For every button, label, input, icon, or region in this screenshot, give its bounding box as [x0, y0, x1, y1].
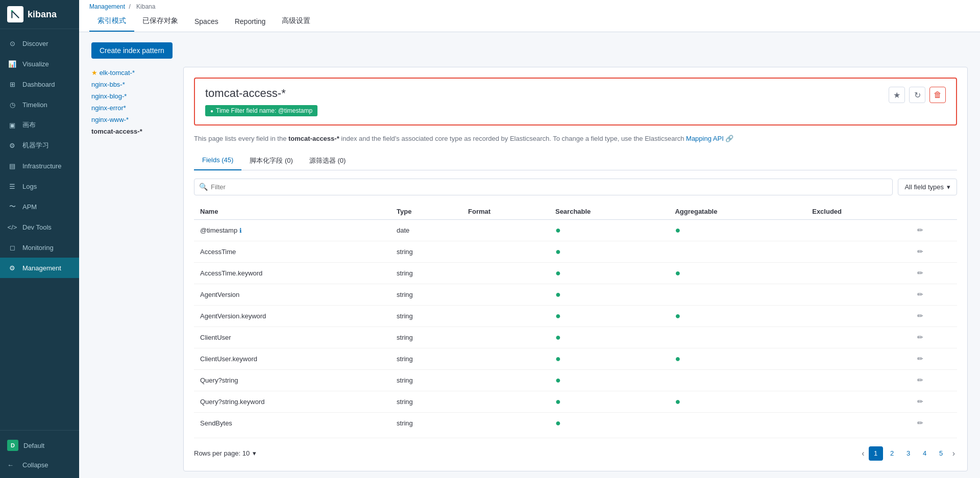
sidebar-item-infrastructure[interactable]: ▤ Infrastructure	[0, 156, 79, 176]
field-type-filter-button[interactable]: All field types ▾	[898, 179, 957, 195]
searchable-dot: ●	[555, 396, 561, 407]
file-text-icon: ☰	[7, 181, 17, 191]
index-item-tomcat-access[interactable]: tomcat-access-*	[91, 125, 173, 137]
page-header: Create index pattern	[91, 42, 968, 59]
page-3-button[interactable]: 3	[901, 446, 916, 461]
searchable-dot: ●	[555, 375, 561, 385]
field-excluded-cell	[806, 241, 911, 262]
index-item-nginx-error[interactable]: nginx-error*	[91, 102, 173, 114]
sidebar: kibana ⊙ Discover 📊 Visualize ⊞ Dashboar…	[0, 0, 79, 478]
field-excluded-cell	[806, 305, 911, 326]
table-row: @timestampℹdate●●✏	[194, 219, 957, 241]
edit-field-button[interactable]: ✏	[917, 226, 923, 234]
filter-bar: 🔍 All field types ▾	[194, 179, 957, 195]
sidebar-item-logs[interactable]: ☰ Logs	[0, 176, 79, 196]
create-index-pattern-button[interactable]: Create index pattern	[91, 42, 173, 59]
edit-field-button[interactable]: ✏	[917, 419, 923, 427]
main-area: Management / Kibana 索引模式 已保存对象 Spaces Re…	[79, 0, 980, 478]
page-4-button[interactable]: 4	[918, 446, 932, 461]
field-excluded-cell	[806, 326, 911, 348]
index-item-nginx-blog[interactable]: nginx-blog-*	[91, 90, 173, 102]
table-row: ClientUser.keywordstring●●✏	[194, 348, 957, 369]
tab-index-mode[interactable]: 索引模式	[89, 11, 134, 32]
edit-field-button[interactable]: ✏	[917, 355, 923, 363]
page-5-button[interactable]: 5	[934, 446, 948, 461]
table-row: AccessTimestring●✏	[194, 241, 957, 262]
field-type-cell: string	[390, 391, 462, 412]
filter-input[interactable]	[194, 179, 893, 195]
index-item-nginx-bbs[interactable]: nginx-bbs-*	[91, 79, 173, 90]
user-avatar: D	[7, 440, 18, 451]
field-aggregatable-cell	[669, 369, 806, 391]
tab-fields[interactable]: Fields (45)	[194, 152, 241, 170]
field-aggregatable-cell: ●	[669, 219, 806, 241]
rows-per-page-control[interactable]: Rows per page: 10 ▾	[194, 449, 256, 457]
tab-saved-objects[interactable]: 已保存对象	[134, 11, 186, 32]
sidebar-item-ml[interactable]: ⚙ 机器学习	[0, 135, 79, 156]
page-2-button[interactable]: 2	[885, 446, 899, 461]
user-item[interactable]: D Default	[0, 435, 79, 456]
sidebar-item-canvas[interactable]: ▣ 画布	[0, 115, 79, 135]
sidebar-item-discover[interactable]: ⊙ Discover	[0, 33, 79, 54]
delete-button[interactable]: 🗑	[929, 87, 946, 103]
chevron-down-icon: ▾	[947, 183, 950, 191]
field-aggregatable-cell: ●	[669, 391, 806, 412]
field-name-cell: ClientUser	[194, 326, 390, 348]
field-aggregatable-cell	[669, 412, 806, 434]
searchable-dot: ●	[555, 246, 561, 257]
main-panel: tomcat-access-* Time Filter field name: …	[183, 67, 968, 471]
col-header-type: Type	[390, 204, 462, 220]
page-1-button[interactable]: 1	[869, 446, 883, 461]
field-excluded-cell	[806, 348, 911, 369]
field-format-cell	[462, 284, 549, 305]
tab-reporting[interactable]: Reporting	[227, 12, 274, 32]
field-excluded-cell	[806, 219, 911, 241]
next-page-button[interactable]: ›	[950, 449, 957, 458]
col-header-format: Format	[462, 204, 549, 220]
sidebar-item-devtools[interactable]: </> Dev Tools	[0, 217, 79, 237]
index-item-elk-tomcat[interactable]: elk-tomcat-*	[91, 67, 173, 79]
fields-table: Name Type Format Searchable Aggregatable…	[194, 204, 957, 434]
kibana-logo-icon	[7, 6, 23, 22]
sidebar-item-dashboard[interactable]: ⊞ Dashboard	[0, 74, 79, 94]
edit-field-button[interactable]: ✏	[917, 376, 923, 384]
field-excluded-cell	[806, 369, 911, 391]
tab-advanced[interactable]: 高级设置	[274, 11, 318, 32]
star-button[interactable]: ★	[889, 87, 905, 103]
breadcrumb-management[interactable]: Management	[89, 3, 125, 10]
tab-spaces[interactable]: Spaces	[186, 12, 227, 32]
field-edit-cell: ✏	[911, 348, 957, 369]
field-searchable-cell: ●	[549, 262, 669, 284]
tab-source-filters[interactable]: 源筛选器 (0)	[301, 152, 354, 170]
mapping-api-link[interactable]: Mapping API	[686, 135, 724, 142]
tab-scripted-fields[interactable]: 脚本化字段 (0)	[241, 152, 301, 170]
edit-field-button[interactable]: ✏	[917, 312, 923, 320]
sidebar-item-timelion[interactable]: ◷ Timelion	[0, 94, 79, 115]
edit-field-button[interactable]: ✏	[917, 397, 923, 406]
prev-page-button[interactable]: ‹	[860, 449, 866, 458]
field-searchable-cell: ●	[549, 284, 669, 305]
edit-field-button[interactable]: ✏	[917, 247, 923, 256]
server-icon: ▤	[7, 161, 17, 171]
edit-field-button[interactable]: ✏	[917, 290, 923, 298]
aggregatable-dot: ●	[675, 225, 680, 235]
index-item-nginx-www[interactable]: nginx-www-*	[91, 114, 173, 125]
table-row: AccessTime.keywordstring●●✏	[194, 262, 957, 284]
sidebar-item-monitoring[interactable]: ◻ Monitoring	[0, 237, 79, 258]
top-nav: Management / Kibana 索引模式 已保存对象 Spaces Re…	[79, 0, 980, 32]
refresh-button[interactable]: ↻	[909, 87, 925, 103]
clock-icon: ◷	[7, 99, 17, 110]
edit-field-button[interactable]: ✏	[917, 269, 923, 277]
info-icon[interactable]: ℹ	[239, 227, 242, 234]
sidebar-item-management[interactable]: ⚙ Management	[0, 258, 79, 278]
collapse-icon: ←	[7, 461, 17, 469]
sidebar-item-visualize[interactable]: 📊 Visualize	[0, 54, 79, 74]
field-edit-cell: ✏	[911, 262, 957, 284]
field-name-cell: @timestampℹ	[194, 219, 390, 241]
collapse-item[interactable]: ← Collapse	[0, 456, 79, 474]
settings-icon: ⚙	[7, 263, 17, 273]
code-icon: </>	[7, 222, 17, 232]
sidebar-item-apm[interactable]: 〜 APM	[0, 196, 79, 217]
edit-field-button[interactable]: ✏	[917, 333, 923, 341]
field-searchable-cell: ●	[549, 241, 669, 262]
